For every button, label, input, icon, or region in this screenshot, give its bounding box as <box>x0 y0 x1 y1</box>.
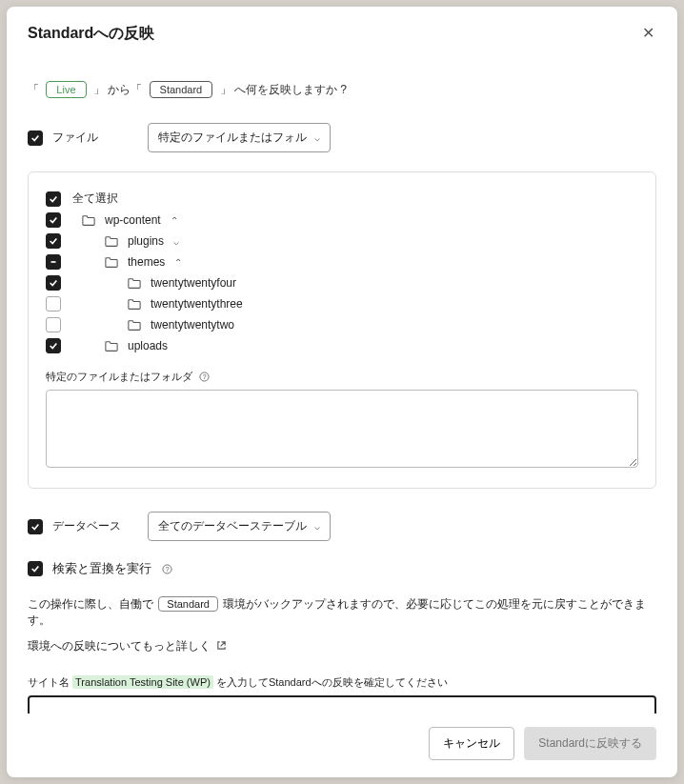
tree-row: plugins⌵ <box>46 231 638 251</box>
tree-checkbox[interactable] <box>46 233 61 249</box>
files-dropdown[interactable]: 特定のファイルまたはフォル ⌵ <box>148 123 331 152</box>
folder-icon <box>105 256 118 268</box>
tree-checkbox[interactable] <box>46 212 61 228</box>
tree-item-label[interactable]: plugins <box>128 234 164 248</box>
modal-body: 「 Live 」 から「 Standard 」 へ何を反映しますか ? ファイル… <box>7 56 677 714</box>
confirm-input[interactable] <box>28 695 656 714</box>
check-icon <box>30 564 40 573</box>
folder-icon <box>105 235 118 247</box>
chevron-up-icon[interactable]: ⌃ <box>171 215 178 226</box>
database-section: データベース 全てのデータベーステーブル ⌵ <box>28 512 656 541</box>
backup-note: この操作に際し、自働で Standard 環境がバックアップされますので、必要に… <box>28 596 656 629</box>
specific-files-label-row: 特定のファイルまたはフォルダ ? <box>46 370 638 384</box>
files-label: ファイル <box>52 130 138 146</box>
modal-header: Standardへの反映 ✕ <box>7 7 677 56</box>
tree-row: twentytwentytwo <box>46 314 638 335</box>
check-icon <box>30 522 40 532</box>
modal-title: Standardへの反映 <box>28 24 154 44</box>
files-checkbox[interactable] <box>28 131 43 146</box>
learn-more-row[interactable]: 環境への反映についてもっと詳しく <box>28 638 656 654</box>
external-link-icon <box>216 640 227 653</box>
tree-row: wp-content⌃ <box>46 210 638 231</box>
folder-icon <box>128 277 141 289</box>
tree-row: uploads <box>46 335 638 356</box>
folder-icon <box>128 319 141 331</box>
tree-item-label[interactable]: uploads <box>128 339 168 352</box>
tree-row: twentytwentythree <box>46 293 638 314</box>
specific-files-textarea[interactable] <box>46 390 638 468</box>
chevron-up-icon[interactable]: ⌃ <box>174 257 182 268</box>
help-icon[interactable]: ? <box>198 372 210 383</box>
cancel-button[interactable]: キャンセル <box>429 727 514 760</box>
close-button[interactable]: ✕ <box>638 22 658 45</box>
database-dropdown[interactable]: 全てのデータベーステーブル ⌵ <box>148 512 331 541</box>
close-icon: ✕ <box>642 25 654 41</box>
backup-env-pill: Standard <box>158 596 218 612</box>
specific-files-label: 特定のファイルまたはフォルダ <box>46 370 192 384</box>
target-env-pill: Standard <box>150 81 213 98</box>
chevron-down-icon: ⌵ <box>314 132 320 143</box>
folder-icon <box>128 298 141 310</box>
help-icon[interactable]: ? <box>161 563 172 574</box>
tree-checkbox[interactable] <box>46 338 61 353</box>
tree-row: twentytwentyfour <box>46 272 638 293</box>
select-all-checkbox[interactable] <box>46 191 61 207</box>
tree-row: themes⌃ <box>46 251 638 272</box>
tree-item-label[interactable]: wp-content <box>105 213 161 227</box>
folder-icon <box>105 340 118 352</box>
tree-checkbox[interactable] <box>46 254 61 270</box>
svg-text:?: ? <box>165 565 169 573</box>
tree-checkbox[interactable] <box>46 275 61 291</box>
submit-button[interactable]: Standardに反映する <box>524 727 656 760</box>
source-target-line: 「 Live 」 から「 Standard 」 へ何を反映しますか ? <box>28 81 656 98</box>
confirm-label: サイト名 Translation Testing Site (WP) を入力して… <box>28 675 656 690</box>
select-all-row: 全て選択 <box>46 188 638 210</box>
tree-item-label[interactable]: themes <box>128 255 165 269</box>
source-env-pill: Live <box>46 81 86 98</box>
modal-footer: キャンセル Standardに反映する <box>7 714 677 777</box>
search-replace-checkbox[interactable] <box>28 561 43 576</box>
database-checkbox[interactable] <box>28 519 43 534</box>
check-icon <box>30 133 40 143</box>
database-label: データベース <box>52 518 138 534</box>
chevron-down-icon[interactable]: ⌵ <box>173 236 179 247</box>
tree-checkbox[interactable] <box>46 317 61 332</box>
search-replace-label: 検索と置換を実行 <box>52 560 151 577</box>
tree-checkbox[interactable] <box>46 296 61 312</box>
files-section: ファイル 特定のファイルまたはフォル ⌵ <box>28 123 656 152</box>
check-icon <box>49 194 58 204</box>
chevron-down-icon: ⌵ <box>314 521 320 532</box>
select-all-label: 全て選択 <box>72 191 118 207</box>
file-tree-container: 全て選択 wp-content⌃plugins⌵themes⌃twentytwe… <box>28 171 656 489</box>
tree-item-label[interactable]: twentytwentyfour <box>151 276 236 290</box>
svg-text:?: ? <box>202 372 206 381</box>
tree-item-label[interactable]: twentytwentytwo <box>151 318 234 332</box>
folder-icon <box>82 214 95 226</box>
site-name-highlight: Translation Testing Site (WP) <box>72 675 213 689</box>
search-replace-section: 検索と置換を実行 ? <box>28 560 656 577</box>
modal-dialog: Standardへの反映 ✕ 「 Live 」 から「 Standard 」 へ… <box>7 7 677 777</box>
tree-item-label[interactable]: twentytwentythree <box>151 297 243 311</box>
learn-more-link[interactable]: 環境への反映についてもっと詳しく <box>28 638 211 654</box>
